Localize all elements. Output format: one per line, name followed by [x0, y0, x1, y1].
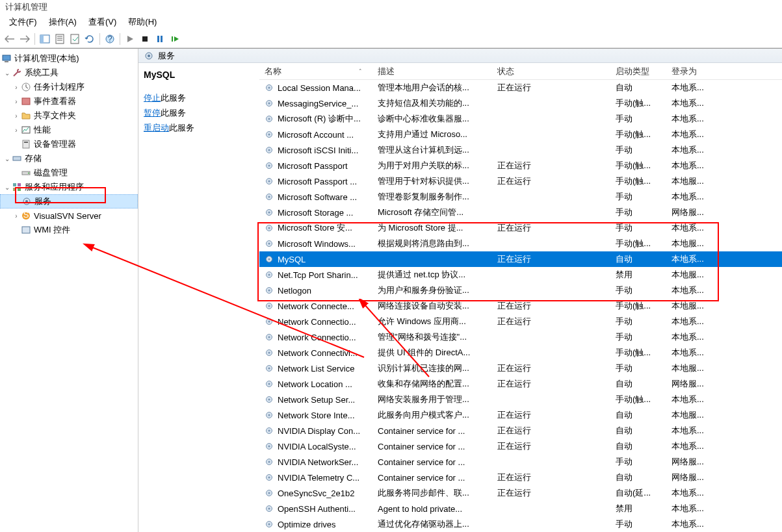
- service-row[interactable]: Microsoft Software ...管理卷影复制服务制作...手动本地系…: [259, 189, 782, 205]
- stop-link[interactable]: 停止: [144, 93, 161, 103]
- menu-view[interactable]: 查看(V): [83, 15, 122, 29]
- svg-point-35: [268, 87, 270, 89]
- gear-icon: [265, 488, 274, 498]
- folder-shared-icon: [21, 110, 31, 121]
- tree-event-viewer[interactable]: › 事件查看器: [0, 94, 138, 108]
- service-row[interactable]: Microsoft Account ...支持用户通过 Microso...手动…: [259, 127, 782, 142]
- service-logon: 本地系...: [666, 503, 718, 514]
- service-row[interactable]: MessagingService_...支持短信及相关功能的...手动(触...…: [259, 95, 782, 111]
- service-name: Microsoft Store 安...: [278, 222, 352, 234]
- service-row[interactable]: Microsoft Storage ...Microsoft 存储空间管...手…: [259, 205, 782, 220]
- navigation-tree[interactable]: 计算机管理(本地) ⌄ 系统工具 › 任务计划程序 › 事件查看器 › 共享文件…: [0, 49, 138, 532]
- svg-rect-23: [13, 183, 16, 186]
- tree-services[interactable]: 服务: [0, 194, 138, 209]
- service-row[interactable]: Microsoft Windows...根据规则将消息路由到...手动(触...…: [259, 236, 782, 251]
- column-logon[interactable]: 登录为: [666, 63, 718, 79]
- service-row[interactable]: Microsoft Passport ...管理用于针对标识提供...正在运行手…: [259, 173, 782, 189]
- svg-rect-12: [172, 36, 173, 42]
- tree-disk-management[interactable]: 磁盘管理: [0, 166, 138, 180]
- back-button[interactable]: [3, 32, 17, 46]
- services-list[interactable]: 名称˄ 描述 状态 启动类型 登录为 Local Session Mana...…: [259, 63, 782, 532]
- chevron-right-icon[interactable]: ›: [12, 211, 21, 220]
- tree-visualsvn[interactable]: › S VisualSVN Server: [0, 209, 138, 223]
- tree-system-tools[interactable]: ⌄ 系统工具: [0, 66, 138, 80]
- menu-file[interactable]: 文件(F): [4, 15, 42, 29]
- chevron-right-icon[interactable]: ›: [12, 97, 21, 106]
- service-row[interactable]: Network List Service识别计算机已连接的网...正在运行手动本…: [259, 361, 782, 376]
- chevron-right-icon[interactable]: ›: [12, 111, 21, 120]
- service-row[interactable]: Net.Tcp Port Sharin...提供通过 net.tcp 协议...…: [259, 267, 782, 283]
- service-row[interactable]: Optimize drives通过优化存储驱动器上...手动本地系...: [259, 516, 782, 532]
- restart-link[interactable]: 重启动: [144, 123, 169, 133]
- service-row[interactable]: Microsoft (R) 诊断中...诊断中心标准收集器服...手动本地系..…: [259, 111, 782, 127]
- service-desc: Microsoft 存储空间管...: [372, 207, 492, 218]
- tree-shared-folders[interactable]: › 共享文件夹: [0, 108, 138, 123]
- service-row[interactable]: Netlogon为用户和服务身份验证...手动本地系...: [259, 283, 782, 298]
- svg-rect-25: [13, 188, 16, 191]
- chevron-right-icon[interactable]: ›: [12, 82, 21, 92]
- svg-point-87: [268, 492, 270, 494]
- svg-point-81: [268, 446, 270, 448]
- service-row[interactable]: OneSyncSvc_2e1b2此服务将同步邮件、联...正在运行自动(延...…: [259, 485, 782, 501]
- chevron-down-icon[interactable]: ⌄: [3, 68, 12, 77]
- column-description[interactable]: 描述: [372, 63, 492, 79]
- restart-service-button[interactable]: [168, 32, 182, 46]
- chevron-right-icon[interactable]: ›: [12, 125, 21, 134]
- svg-rect-16: [22, 98, 30, 105]
- service-row[interactable]: NVIDIA Telemetry C...Container service f…: [259, 470, 782, 485]
- svg-point-83: [268, 461, 270, 463]
- service-row[interactable]: Network Connecte...网络连接设备自动安装...正在运行手动(触…: [259, 298, 782, 314]
- column-startup[interactable]: 启动类型: [610, 63, 666, 79]
- service-row[interactable]: Network Location ...收集和存储网络的配置...正在运行自动网…: [259, 376, 782, 392]
- service-row[interactable]: Microsoft iSCSI Initi...管理从这台计算机到远...手动本…: [259, 142, 782, 158]
- tree-services-apps[interactable]: ⌄ 服务和应用程序: [0, 180, 138, 194]
- column-status[interactable]: 状态: [492, 63, 610, 79]
- service-row[interactable]: Microsoft Store 安...为 Microsoft Store 提.…: [259, 220, 782, 236]
- service-row[interactable]: Network Connectio...管理"网络和拨号连接"...手动本地系.…: [259, 329, 782, 345]
- chevron-down-icon[interactable]: ⌄: [3, 154, 12, 163]
- gear-icon: [265, 395, 274, 404]
- column-name[interactable]: 名称˄: [259, 63, 372, 79]
- svg-point-63: [268, 305, 270, 307]
- menu-help[interactable]: 帮助(H): [123, 15, 162, 29]
- service-row[interactable]: Network Store Inte...此服务向用户模式客户...正在运行自动…: [259, 407, 782, 423]
- service-row[interactable]: MySQL正在运行自动本地系...: [259, 251, 782, 267]
- stop-service-button[interactable]: [138, 32, 152, 46]
- svg-point-67: [268, 336, 270, 338]
- service-name: Network Connectio...: [278, 317, 356, 327]
- tree-task-scheduler[interactable]: › 任务计划程序: [0, 80, 138, 94]
- tree-device-manager[interactable]: 设备管理器: [0, 137, 138, 151]
- start-service-button[interactable]: [123, 32, 137, 46]
- service-row[interactable]: Network Connectivi...提供 UI 组件的 DirectA..…: [259, 345, 782, 361]
- service-startup: 手动: [610, 518, 666, 530]
- service-row[interactable]: NVIDIA Display Con...Container service f…: [259, 423, 782, 438]
- show-hide-tree-button[interactable]: [38, 32, 52, 46]
- service-row[interactable]: Microsoft Passport为用于对用户关联的标...正在运行手动(触.…: [259, 158, 782, 173]
- service-name: Microsoft Passport: [278, 161, 348, 171]
- tree-storage[interactable]: ⌄ 存储: [0, 151, 138, 166]
- pause-service-button[interactable]: [153, 32, 167, 46]
- tree-root[interactable]: 计算机管理(本地): [0, 51, 138, 66]
- service-row[interactable]: Local Session Mana...管理本地用户会话的核...正在运行自动…: [259, 80, 782, 95]
- tree-performance[interactable]: › 性能: [0, 123, 138, 137]
- clock-icon: [21, 82, 31, 92]
- properties-button[interactable]: [53, 32, 67, 46]
- service-row[interactable]: OpenSSH Authenti...Agent to hold private…: [259, 501, 782, 516]
- menu-action[interactable]: 操作(A): [44, 15, 82, 29]
- export-button[interactable]: [68, 32, 82, 46]
- service-row[interactable]: NVIDIA NetworkSer...Container service fo…: [259, 454, 782, 470]
- pause-link[interactable]: 暂停: [144, 108, 161, 118]
- service-row[interactable]: Network Setup Ser...网络安装服务用于管理...手动(触...…: [259, 392, 782, 407]
- service-name: Microsoft Account ...: [278, 130, 354, 140]
- service-status: 正在运行: [492, 425, 610, 437]
- chevron-down-icon[interactable]: ⌄: [3, 183, 12, 192]
- gear-icon: [265, 348, 274, 357]
- refresh-button[interactable]: [83, 32, 97, 46]
- service-row[interactable]: Network Connectio...允许 Windows 应用商...正在运…: [259, 314, 782, 329]
- forward-button[interactable]: [18, 32, 32, 46]
- svg-point-43: [268, 149, 270, 151]
- service-startup: 手动: [610, 207, 666, 218]
- tree-wmi[interactable]: WMI 控件: [0, 223, 138, 237]
- help-button[interactable]: ?: [103, 32, 117, 46]
- service-row[interactable]: NVIDIA LocalSyste...Container service fo…: [259, 438, 782, 454]
